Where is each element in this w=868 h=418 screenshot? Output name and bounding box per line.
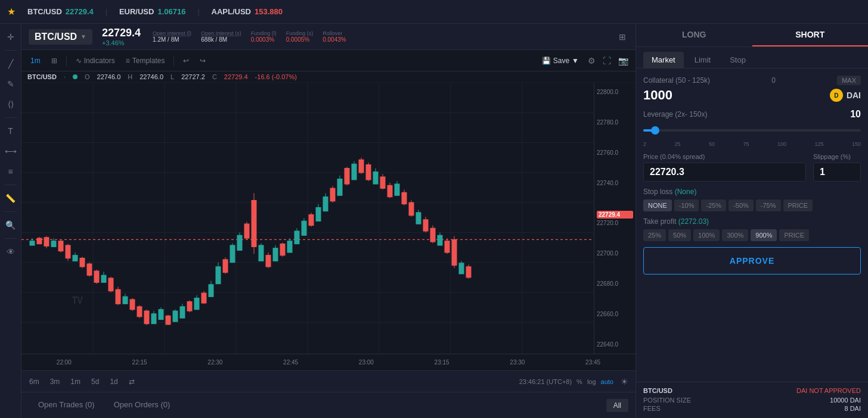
current-price-badge: 22729.4 [597, 211, 633, 219]
order-footer: BTC/USD DAI NOT APPROVED POSITION SIZE 1… [636, 382, 868, 418]
trades-bar: Open Trades (0) Open Orders (0) All [21, 392, 636, 418]
crosshair-tool[interactable]: ✛ [2, 29, 19, 45]
limit-tab[interactable]: Limit [686, 52, 719, 68]
timeframe-1m[interactable]: 1m [26, 55, 45, 67]
position-size-label: POSITION SIZE [643, 397, 691, 404]
text-tool[interactable]: T [2, 123, 19, 139]
zoom-tool[interactable]: 🔍 [2, 217, 19, 233]
svg-rect-131 [438, 235, 442, 245]
indicators-btn[interactable]: ∿ Indicators [72, 55, 119, 67]
funding-short-val: 0.0005% [286, 36, 314, 43]
undo-btn[interactable]: ↩ [179, 55, 193, 67]
pattern-tool[interactable]: ⟨⟩ [2, 96, 19, 113]
all-btn[interactable]: All [606, 399, 628, 412]
period-compare-icon[interactable]: ⇄ [126, 376, 138, 387]
approve-button[interactable]: APPROVE [643, 247, 861, 274]
fullscreen-icon[interactable]: ⛶ [600, 54, 613, 68]
svg-rect-69 [216, 267, 221, 284]
tick-125: 125 [814, 141, 823, 147]
settings-icon[interactable]: ⚙ [585, 54, 598, 68]
candle-chart[interactable]: TV [21, 83, 594, 354]
ruler-tool[interactable]: 📏 [2, 190, 19, 207]
leverage-slider-container[interactable] [643, 127, 861, 134]
svg-rect-95 [309, 215, 314, 226]
svg-rect-47 [137, 307, 142, 317]
tp-price-btn[interactable]: PRICE [779, 229, 809, 241]
percent-btn[interactable]: % [576, 378, 582, 385]
tp-25-btn[interactable]: 25% [643, 229, 666, 241]
tp-100-btn[interactable]: 100% [693, 229, 720, 241]
watch-tool[interactable]: 👁 [2, 244, 19, 260]
svg-rect-41 [116, 289, 120, 304]
price-level-4: 22740.0 [597, 180, 633, 186]
chart-container: BTC/USD ▼ 22729.4 +3.46% Open Interest (… [21, 24, 636, 418]
sl-25-btn[interactable]: -25% [701, 199, 726, 211]
period-1d[interactable]: 1d [107, 376, 120, 387]
ticker-price-eur: 1.06716 [157, 7, 185, 16]
market-tab[interactable]: Market [643, 52, 684, 68]
redo-btn[interactable]: ↪ [196, 55, 210, 67]
ticker-btcusd[interactable]: BTC/USD 22729.4 [27, 7, 94, 16]
oi-short-label: Open Interest (s) [201, 30, 241, 36]
ticker-aaplusd[interactable]: AAPL/USD 153.880 [212, 7, 283, 16]
svg-rect-59 [180, 307, 185, 318]
footer-pair-row: BTC/USD DAI NOT APPROVED [643, 387, 861, 394]
compare-icon[interactable]: ⊞ [47, 55, 61, 67]
sun-icon[interactable]: ☀ [618, 375, 631, 389]
svg-rect-71 [223, 260, 228, 273]
tp-300-btn[interactable]: 300% [722, 229, 748, 241]
star-icon[interactable]: ★ [7, 6, 16, 17]
collateral-amount: 1000 [643, 88, 672, 103]
current-price: 22729.4 [102, 27, 141, 39]
period-3m[interactable]: 3m [47, 376, 63, 387]
slider-thumb[interactable] [651, 126, 659, 135]
stop-tab[interactable]: Stop [721, 52, 754, 68]
ticker-eurusd[interactable]: EUR/USD 1.06716 [119, 7, 186, 16]
grid-icon[interactable]: ⊞ [616, 30, 628, 44]
header-right: ⊞ [616, 30, 628, 44]
right-panel: LONG SHORT Market Limit Stop Collateral … [636, 24, 868, 418]
price-input[interactable] [643, 163, 806, 182]
open-orders-tab[interactable]: Open Orders (0) [104, 395, 180, 415]
sl-75-btn[interactable]: -75% [756, 199, 781, 211]
slippage-input[interactable] [813, 163, 861, 182]
sl-price-btn[interactable]: PRICE [783, 199, 813, 211]
open-trades-tab[interactable]: Open Trades (0) [29, 395, 104, 415]
period-5d[interactable]: 5d [88, 376, 102, 387]
sl-10-btn[interactable]: -10% [674, 199, 699, 211]
draw-tool[interactable]: ✎ [2, 76, 19, 92]
save-btn[interactable]: 💾 Save ▼ [538, 55, 583, 67]
symbol-selector[interactable]: BTC/USD ▼ [29, 29, 92, 45]
svg-rect-97 [316, 208, 321, 222]
period-1m[interactable]: 1m [67, 376, 83, 387]
indicators-label: Indicators [84, 57, 115, 65]
time-axis: 22:00 22:15 22:30 22:45 23:00 23:15 23:3… [21, 354, 636, 370]
measure-tool[interactable]: ⟷ [2, 143, 19, 160]
auto-btn[interactable]: auto [601, 378, 613, 385]
price-level-8: 22660.0 [597, 311, 633, 317]
time-label-5: 23:00 [328, 359, 404, 366]
log-btn[interactable]: log [587, 378, 596, 385]
current-price-area: 22729.4 22720.0 [597, 211, 633, 226]
tp-50-btn[interactable]: 50% [668, 229, 691, 241]
oi-long-label: Open Interest (l) [153, 30, 191, 36]
templates-btn[interactable]: ≡ Templates [122, 55, 169, 67]
svg-rect-67 [209, 285, 213, 297]
tp-900-btn[interactable]: 900% [751, 229, 777, 241]
chart-toolbar: 1m ⊞ ∿ Indicators ≡ Templates ↩ ↪ 💾 Save… [21, 50, 636, 71]
line-tool[interactable]: ╱ [2, 55, 19, 72]
short-tab[interactable]: SHORT [752, 24, 869, 46]
screenshot-icon[interactable]: 📷 [616, 54, 631, 68]
price-level-2: 22780.0 [597, 119, 633, 126]
levels-tool[interactable]: ≡ [2, 163, 19, 180]
svg-rect-113 [373, 172, 378, 184]
compare-symbol: ⊞ [51, 57, 57, 65]
funding-short: Funding (s) 0.0005% [286, 30, 314, 43]
sl-50-btn[interactable]: -50% [728, 199, 754, 211]
long-tab[interactable]: LONG [636, 24, 752, 46]
rollover-val: 0.0043% [323, 36, 346, 43]
sl-none-btn[interactable]: NONE [643, 199, 672, 211]
tick-25: 25 [674, 141, 680, 147]
period-6m[interactable]: 6m [26, 376, 42, 387]
max-btn[interactable]: MAX [837, 76, 861, 85]
